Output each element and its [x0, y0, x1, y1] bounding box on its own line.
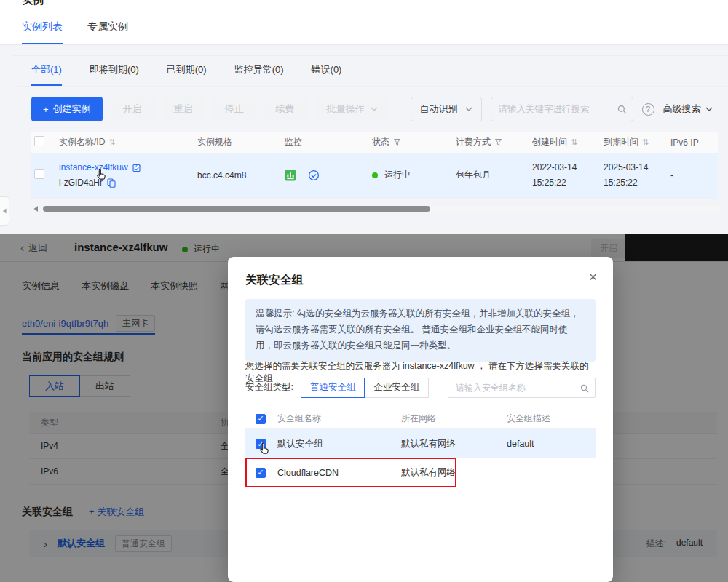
sg-network: 默认私有网络: [401, 438, 507, 450]
toolbar-divider: [400, 102, 400, 116]
select-all-checkbox[interactable]: ✓: [256, 414, 266, 424]
status-text: 运行中: [384, 169, 411, 181]
col-created: 创建时间: [532, 136, 567, 148]
collapse-left-icon: [2, 208, 7, 214]
col-spec: 实例规格: [197, 137, 232, 147]
sg-row-default[interactable]: ✓ 默认安全组 默认私有网络 default: [245, 429, 596, 458]
chevron-down-icon: [705, 107, 713, 111]
sg-col-desc: 安全组描述: [507, 412, 596, 425]
screen: { "icons": { "plus": "+", "question": "?…: [0, 0, 728, 582]
modal-title: 关联安全组: [245, 273, 304, 288]
col-billing: 计费方式: [456, 136, 491, 148]
expire-time: 15:25:22: [604, 178, 638, 188]
stop-button[interactable]: 停止: [213, 97, 256, 121]
toolbar: + 创建实例 开启 重启 停止 续费 批量操作 自动识别 ? 高级搜索: [31, 97, 718, 121]
monitor-icon[interactable]: [285, 170, 296, 181]
horizontal-scrollbar: [31, 205, 721, 212]
instance-name-link[interactable]: instance-xz4lfkuw: [59, 162, 128, 172]
help-icon[interactable]: ?: [642, 103, 654, 116]
search-icon[interactable]: [617, 105, 627, 114]
instance-spec: bcc.c4.c4m8: [197, 170, 246, 180]
search-icon[interactable]: [580, 384, 589, 393]
col-status: 状态: [372, 136, 389, 148]
billing-type: 包年包月: [456, 170, 491, 180]
sg-desc: default: [507, 439, 596, 449]
sg-network: 默认私有网络: [401, 466, 507, 479]
advanced-search-label: 高级搜索: [663, 103, 701, 116]
created-time: 15:25:22: [532, 178, 566, 188]
filter-tabs: 全部(1) 即将到期(0) 已到期(0) 监控异常(0) 错误(0): [14, 55, 728, 87]
restart-button[interactable]: 重启: [162, 97, 205, 121]
instance-id: i-zGID4aHr: [59, 178, 103, 188]
ipv6-value: -: [670, 170, 673, 180]
sort-icon[interactable]: ⇅: [642, 137, 649, 147]
select-all-checkbox[interactable]: [34, 136, 44, 146]
row-checkbox[interactable]: [34, 169, 44, 179]
filter-icon[interactable]: [494, 138, 502, 146]
status-dot: [372, 172, 378, 178]
page-title: 实例: [22, 0, 44, 7]
filter-icon[interactable]: [393, 138, 401, 146]
instance-table: 实例名称/ID⇅ 实例规格 监控 状态 计费方式 创建时间⇅ 到期时间⇅ IPv…: [31, 132, 718, 199]
sg-col-network: 所在网络: [401, 412, 507, 425]
sg-search-input[interactable]: [448, 378, 595, 397]
table-header-row: 实例名称/ID⇅ 实例规格 监控 状态 计费方式 创建时间⇅ 到期时间⇅ IPv…: [31, 132, 718, 153]
table-row[interactable]: instance-xz4lfkuw i-zGID4aHr bcc.c4.c4m8: [31, 153, 718, 198]
modal-tip: 温馨提示: 勾选的安全组为云服务器关联的所有安全组，并非增加关联的安全组，请勾选…: [245, 299, 596, 362]
sg-type-row: 安全组类型: 普通安全组 企业安全组: [245, 377, 596, 398]
batch-actions-label: 批量操作: [327, 103, 365, 116]
auto-detect-select[interactable]: 自动识别: [411, 97, 482, 121]
create-instance-button[interactable]: + 创建实例: [31, 97, 103, 121]
filter-tab-error[interactable]: 错误(0): [312, 55, 342, 86]
start-button[interactable]: 开启: [111, 97, 154, 121]
scroll-left-icon[interactable]: [33, 205, 39, 212]
scrollbar-thumb[interactable]: [43, 206, 430, 212]
create-instance-label: 创建实例: [53, 103, 91, 116]
col-expired: 到期时间: [604, 136, 638, 148]
sg-col-name: 安全组名称: [277, 412, 401, 425]
instance-list-page: 实例 实例列表 专属实例 全部(1) 即将到期(0) 已到期(0) 监控异常(0…: [0, 0, 728, 234]
tab-instance-list[interactable]: 实例列表: [22, 20, 63, 45]
keyword-search-input[interactable]: [491, 97, 633, 121]
sg-type-label: 安全组类型:: [245, 381, 293, 394]
col-monitor: 监控: [285, 137, 302, 147]
created-date: 2022-03-14: [532, 162, 577, 172]
shield-check-icon[interactable]: [308, 170, 320, 181]
col-name-id: 实例名称/ID: [59, 136, 105, 148]
main-tabs: 实例列表 专属实例: [22, 20, 128, 45]
sort-icon[interactable]: ⇅: [108, 137, 115, 147]
sg-type-enterprise-button[interactable]: 企业安全组: [364, 378, 429, 398]
close-icon[interactable]: ×: [589, 270, 597, 284]
sg-select-table: ✓ 安全组名称 所在网络 安全组描述 ✓ 默认安全组 默认私有网络 defaul…: [245, 409, 596, 487]
sg-search: [448, 378, 596, 398]
tab-dedicated-instance[interactable]: 专属实例: [87, 20, 128, 45]
advanced-search-toggle[interactable]: 高级搜索: [663, 103, 713, 116]
expire-date: 2025-03-14: [604, 162, 648, 172]
chevron-down-icon: [371, 107, 378, 111]
filter-tab-expiring[interactable]: 即将到期(0): [90, 55, 139, 86]
sg-name: CloudflareCDN: [277, 468, 401, 478]
redaction-box: [625, 234, 728, 261]
filter-tab-all[interactable]: 全部(1): [31, 55, 62, 86]
filter-tab-expired[interactable]: 已到期(0): [167, 55, 207, 86]
sg-name: 默认安全组: [277, 438, 401, 450]
batch-actions-button[interactable]: 批量操作: [315, 97, 389, 121]
filter-tab-monitor-abnormal[interactable]: 监控异常(0): [234, 55, 284, 86]
row-checkbox[interactable]: ✓: [256, 439, 266, 449]
sidebar-collapse-handle[interactable]: [0, 196, 9, 226]
edit-icon[interactable]: [132, 163, 142, 172]
associate-sg-modal: 关联安全组 × 温馨提示: 勾选的安全组为云服务器关联的所有安全组，并非增加关联…: [228, 257, 613, 582]
instance-list-card: 全部(1) 即将到期(0) 已到期(0) 监控异常(0) 错误(0) + 创建实…: [13, 55, 728, 56]
auto-detect-label: 自动识别: [420, 103, 458, 116]
plus-icon: +: [43, 104, 49, 115]
col-ipv6: IPv6 IP: [670, 137, 699, 148]
chevron-down-icon: [465, 107, 472, 111]
row-checkbox[interactable]: ✓: [256, 468, 266, 478]
sort-icon[interactable]: ⇅: [571, 137, 577, 147]
renew-button[interactable]: 续费: [264, 97, 306, 121]
sg-table-header: ✓ 安全组名称 所在网络 安全组描述: [245, 409, 596, 429]
keyword-search: [491, 97, 633, 121]
sg-type-normal-button[interactable]: 普通安全组: [301, 378, 365, 398]
copy-icon[interactable]: [107, 178, 116, 188]
sg-row-cloudflarecdn[interactable]: ✓ CloudflareCDN 默认私有网络: [245, 458, 596, 487]
